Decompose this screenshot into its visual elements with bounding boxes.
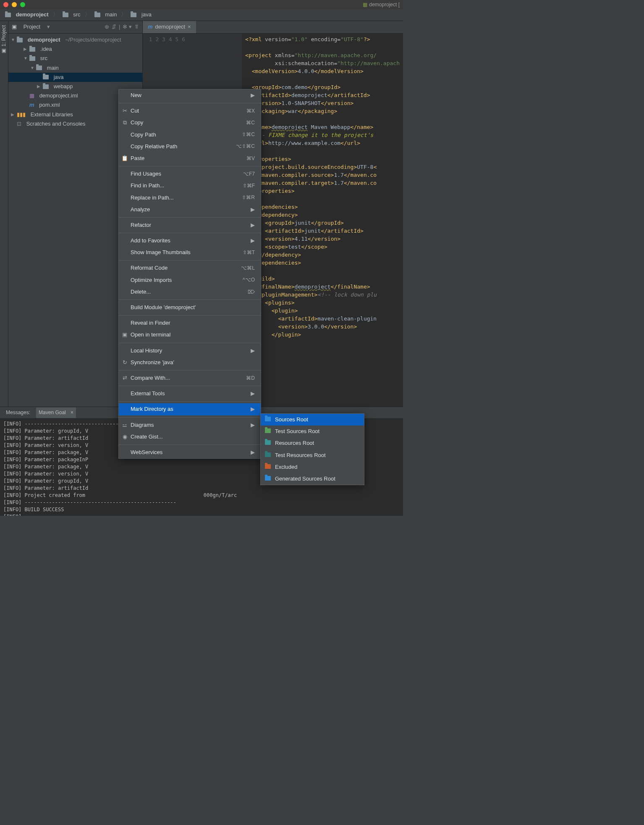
- close-icon[interactable]: ×: [188, 23, 191, 31]
- menu-item[interactable]: Find Usages⌥F7: [119, 168, 261, 180]
- menu-item[interactable]: Mark Directory as▶: [119, 403, 261, 415]
- menu-item[interactable]: New▶: [119, 89, 261, 101]
- crumb-main[interactable]: main: [93, 10, 119, 19]
- menu-item[interactable]: Show Image Thumbnails⇧⌘T: [119, 247, 261, 258]
- menu-item[interactable]: Local History▶: [119, 345, 261, 357]
- submenu-item[interactable]: Resources Root: [261, 437, 364, 449]
- menu-item[interactable]: Delete...⌦: [119, 286, 261, 298]
- menu-item[interactable]: Analyze▶: [119, 204, 261, 215]
- tree-item[interactable]: ▶ .idea: [8, 45, 142, 54]
- titlebar: ▦ demoproject [: [0, 0, 403, 9]
- close-icon[interactable]: [3, 2, 8, 7]
- divider-icon: |: [119, 23, 120, 31]
- hide-icon[interactable]: ⥣: [134, 23, 139, 31]
- zoom-icon[interactable]: [20, 2, 25, 7]
- target-icon[interactable]: ⊕: [105, 23, 109, 31]
- submenu-item[interactable]: Test Sources Root: [261, 426, 364, 437]
- menu-item[interactable]: Reveal in Finder: [119, 317, 261, 329]
- menu-item[interactable]: Find in Path...⇧⌘F: [119, 180, 261, 192]
- crumb-demoproject[interactable]: demoproject: [3, 10, 50, 19]
- minimize-icon[interactable]: [12, 2, 17, 7]
- submenu-item[interactable]: Excluded: [261, 461, 364, 473]
- tree-root[interactable]: ▼ demoproject ~/Projects/demoproject: [8, 35, 142, 45]
- tree-item[interactable]: ▼ main: [8, 63, 142, 73]
- pane-header-label[interactable]: Project: [24, 23, 40, 31]
- menu-item[interactable]: ⚍Diagrams▶: [119, 419, 261, 431]
- tab-project[interactable]: ▣1: Project: [0, 25, 8, 54]
- menu-item[interactable]: 📋Paste⌘V: [119, 152, 261, 164]
- editor-tab[interactable]: mdemoproject×: [143, 21, 196, 33]
- breadcrumb[interactable]: demoproject〉 src〉 main〉 java: [0, 9, 403, 21]
- menu-item[interactable]: Refactor▶: [119, 219, 261, 231]
- tree-item[interactable]: ▼ src: [8, 54, 142, 63]
- submenu-item[interactable]: Generated Sources Root: [261, 473, 364, 485]
- tree-item-java[interactable]: java: [8, 73, 142, 82]
- left-toolbar: ▣1: Project: [0, 21, 8, 407]
- menu-item[interactable]: ✂Cut⌘X: [119, 105, 261, 117]
- crumb-java[interactable]: java: [129, 10, 153, 19]
- close-icon[interactable]: ×: [71, 409, 73, 416]
- messages-tab[interactable]: Maven Goal ×: [36, 407, 76, 418]
- menu-item[interactable]: ▣Open in terminal: [119, 329, 261, 341]
- menu-item[interactable]: Copy Relative Path⌥⇧⌘C: [119, 141, 261, 152]
- menu-item[interactable]: Add to Favorites▶: [119, 235, 261, 247]
- crumb-src[interactable]: src: [61, 10, 82, 19]
- context-submenu[interactable]: Sources RootTest Sources RootResources R…: [260, 413, 364, 485]
- menu-item[interactable]: Optimize Imports^⌥O: [119, 274, 261, 286]
- menu-item[interactable]: ◉Create Gist...: [119, 431, 261, 443]
- menu-item[interactable]: ⧉Copy⌘C: [119, 117, 261, 129]
- window-controls[interactable]: [3, 2, 25, 7]
- menu-item[interactable]: ⇄Compare With...⌘D: [119, 372, 261, 384]
- editor-tabs[interactable]: mdemoproject×: [143, 21, 403, 34]
- context-menu[interactable]: New▶✂Cut⌘X⧉Copy⌘CCopy Path⇧⌘CCopy Relati…: [118, 89, 261, 459]
- menu-item[interactable]: Reformat Code⌥⌘L: [119, 262, 261, 274]
- gear-icon[interactable]: ✻ ▾: [123, 23, 132, 31]
- submenu-item[interactable]: Sources Root: [261, 414, 364, 426]
- menu-item[interactable]: ↻Synchronize 'java': [119, 357, 261, 368]
- code-body[interactable]: <?xml version="1.0" encoding="UTF-8"?> <…: [242, 34, 403, 407]
- menu-item[interactable]: External Tools▶: [119, 388, 261, 399]
- messages-label: Messages:: [3, 407, 33, 418]
- collapse-icon[interactable]: ⇵: [112, 23, 116, 31]
- menu-item[interactable]: Replace in Path...⇧⌘R: [119, 192, 261, 204]
- menu-item[interactable]: Build Module 'demoproject': [119, 302, 261, 313]
- project-pane-header: ▣ Project ▾ ⊕ ⇵ | ✻ ▾ ⥣: [8, 21, 142, 34]
- pane-tools[interactable]: ⊕ ⇵ | ✻ ▾ ⥣: [105, 23, 139, 31]
- submenu-item[interactable]: Test Resources Root: [261, 449, 364, 461]
- menu-item[interactable]: Copy Path⇧⌘C: [119, 129, 261, 141]
- menu-item[interactable]: WebServices▶: [119, 447, 261, 458]
- title-text: ▦ demoproject [: [363, 1, 400, 8]
